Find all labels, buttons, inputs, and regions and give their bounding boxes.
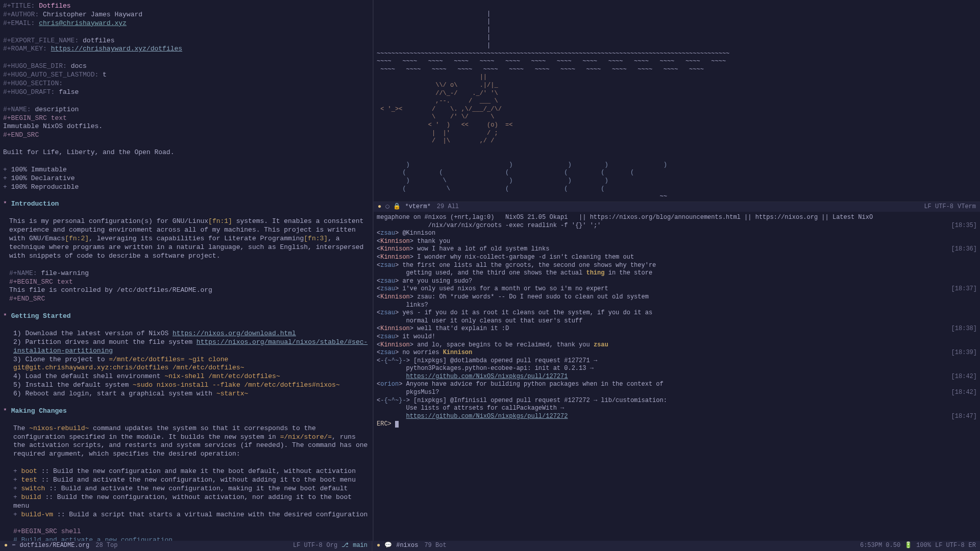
irc-message: <zsau> yes - if you do it as root it cle… (377, 309, 977, 317)
bottom-modeline: ● ⬅ dotfiles/README.org 28 Top LF UTF-8 … (0, 541, 980, 551)
buffer-name: #nixos (396, 542, 418, 550)
clock: 6:53PM 0.50 (860, 542, 900, 550)
irc-message: <Kinnison> and lo, space begins to be re… (377, 341, 977, 349)
buffer-name: *vterm* (405, 203, 430, 211)
vterm-modeline: ● ◯ 🔒 *vterm* 29 All LF UTF-8 VTerm (374, 202, 980, 212)
modified-indicator-icon: ● (4, 542, 8, 550)
irc-message: <Kinnison> wow I have a lot of old syste… (377, 245, 977, 254)
irc-message: <zsau> it would! (377, 333, 977, 341)
irc-message: python3Packages.python-ecobee-api: init … (377, 365, 977, 373)
irc-message: <Kinnison> zsau: Oh *rude words* -- Do I… (377, 293, 977, 302)
irc-message: <Kinnison> thank you (377, 238, 977, 246)
battery-icon: 🔋 (904, 542, 912, 550)
irc-message: https://github.com/NixOS/nixpkgs/pull/12… (377, 413, 977, 421)
irc-message: <zsau> are you using sudo? (377, 278, 977, 286)
heading-introduction: Introduction (11, 200, 59, 208)
irc-link[interactable]: https://github.com/NixOS/nixpkgs/pull/12… (406, 373, 568, 380)
modified-indicator-icon: ● (377, 542, 380, 550)
circle-icon: ◯ (385, 203, 389, 211)
org-title: Dotfiles (39, 2, 70, 10)
org-author: Christopher James Hayward (43, 11, 142, 18)
vterm-buffer[interactable]: | | | | | ~~~~~~~~~~~~~~~~~~~~~~~~~~~~~~… (374, 0, 980, 202)
irc-message: <zsau> @Kinnison (377, 230, 977, 238)
org-email[interactable]: chris@chrishayward.xyz (39, 19, 127, 27)
buffer-name: dotfiles/README.org (19, 542, 89, 550)
step-download-link[interactable]: https://nixos.org/download.html (173, 330, 296, 337)
irc-message: <orion> Anyone have advice for building … (377, 381, 977, 389)
irc-message: Use lists of attrsets for callPackageWit… (377, 405, 977, 413)
irc-message: getting used, and the third one shows th… (377, 269, 977, 278)
irc-message: <-{~^~}-> [nixpkgs] @Infinisil opened pu… (377, 397, 977, 405)
right-modeline: ● 💬 #nixos 79 Bot 6:53PM 0.50 🔋 100% LF … (373, 541, 980, 551)
arrow-icon: ⬅ (12, 542, 15, 550)
heading-getting-started: Getting Started (11, 312, 71, 320)
org-buffer[interactable]: #+TITLE: Dotfiles #+AUTHOR: Christopher … (0, 0, 373, 541)
org-keyword: #+TITLE: (3, 2, 35, 10)
modified-indicator-icon: ● (378, 203, 381, 211)
heading-making-changes: Making Changes (11, 407, 67, 415)
irc-message: pkgsMusl?[18:42] (377, 389, 977, 397)
lock-icon: 🔒 (393, 203, 401, 211)
irc-message: normal user it only cleans out that user… (377, 317, 977, 325)
cursor-icon (395, 421, 399, 428)
left-modeline: ● ⬅ dotfiles/README.org 28 Top LF UTF-8 … (0, 541, 373, 551)
irc-message: links? (377, 302, 977, 310)
irc-message: <Kinnison> I wonder why nix-collect-garb… (377, 254, 977, 262)
roam-key-link[interactable]: https://chrishayward.xyz/dotfiles (51, 45, 182, 53)
irc-message: <zsau> the first one lists all the gcroo… (377, 262, 977, 270)
irc-buffer[interactable]: megaphone on #nixos (+nrt,lag:0) NixOS 2… (374, 212, 980, 541)
irc-message: https://github.com/NixOS/nixpkgs/pull/12… (377, 373, 977, 381)
irc-message: <zsau> i've only used nixos for a month … (377, 285, 977, 293)
irc-message: <Kinnison> well that'd explain it :D[18:… (377, 325, 977, 333)
chat-icon: 💬 (384, 542, 392, 550)
irc-message: <zsau> no worries Kinnison[18:39] (377, 349, 977, 357)
branch-icon: ⎇ (341, 542, 349, 550)
irc-message: <-{~^~}-> [nixpkgs] @dotlambda opened pu… (377, 357, 977, 365)
irc-prompt[interactable]: ERC> (377, 420, 977, 429)
irc-link[interactable]: https://github.com/NixOS/nixpkgs/pull/12… (406, 413, 568, 420)
